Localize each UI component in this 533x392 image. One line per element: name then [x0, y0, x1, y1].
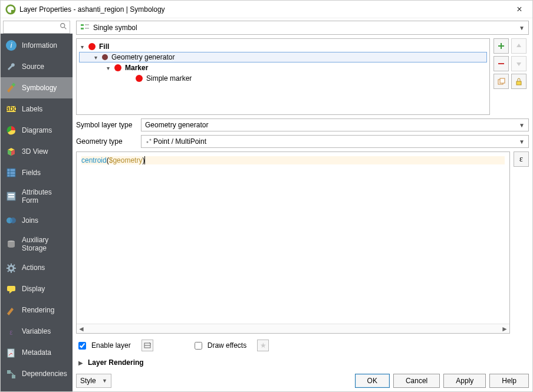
- close-icon[interactable]: ×: [511, 4, 528, 15]
- svg-point-19: [9, 266, 14, 271]
- paintbrush-icon: [5, 305, 17, 317]
- sidebar-item-metadata[interactable]: Metadata: [1, 342, 73, 364]
- sidebar-item-label: Information: [22, 41, 68, 50]
- sidebar-item-label: Source: [22, 62, 68, 71]
- sidebar-item-variables[interactable]: ε Variables: [1, 321, 73, 342]
- tree-node-simple-marker[interactable]: Simple marker: [79, 73, 487, 84]
- collapse-icon[interactable]: ▾: [105, 65, 111, 71]
- svg-point-48: [147, 141, 149, 143]
- join-icon: [5, 215, 17, 226]
- collapse-icon[interactable]: ▾: [79, 44, 85, 50]
- geometry-type-value: Point / MultiPoint: [153, 137, 206, 146]
- svg-line-3: [64, 27, 67, 29]
- marker-swatch-icon: [114, 64, 121, 71]
- style-label: Style: [80, 377, 96, 385]
- help-button[interactable]: Help: [489, 374, 529, 388]
- fields-icon: [5, 167, 17, 179]
- svg-text:ε: ε: [9, 328, 13, 337]
- scroll-left-icon[interactable]: ◄: [78, 325, 85, 333]
- expression-builder-button[interactable]: ε: [514, 151, 529, 167]
- expand-icon[interactable]: ▶: [78, 360, 83, 366]
- svg-rect-14: [8, 194, 14, 195]
- cube-icon: [5, 146, 17, 157]
- layer-rendering-section[interactable]: ▶ Layer Rendering: [76, 355, 529, 368]
- sidebar-item-source[interactable]: Source: [1, 56, 73, 77]
- sidebar-item-label: Attributes Form: [22, 188, 68, 205]
- geometry-type-label: Geometry type: [76, 137, 137, 146]
- svg-rect-31: [7, 370, 11, 374]
- data-defined-enable-button[interactable]: [142, 340, 153, 351]
- sidebar-item-label: Actions: [22, 263, 68, 272]
- svg-rect-9: [7, 169, 15, 177]
- symbol-layer-tree[interactable]: ▾ Fill ▾ Geometry generator ▾ Marker: [76, 38, 490, 115]
- move-down-button[interactable]: [511, 56, 527, 71]
- horizontal-scrollbar[interactable]: ◄►: [77, 324, 509, 333]
- svg-rect-38: [81, 24, 84, 26]
- sidebar-item-joins[interactable]: Joins: [1, 210, 73, 231]
- svg-line-27: [8, 271, 9, 272]
- sidebar-item-rendering[interactable]: Rendering: [1, 300, 73, 321]
- apply-button[interactable]: Apply: [443, 374, 486, 388]
- lock-symbol-layer-button[interactable]: [511, 74, 527, 89]
- tree-node-geometry-generator[interactable]: ▾ Geometry generator: [79, 52, 487, 62]
- geometry-type-dropdown[interactable]: Point / MultiPoint ▼: [141, 135, 529, 148]
- tree-node-marker[interactable]: ▾ Marker: [79, 62, 487, 73]
- sidebar-item-information[interactable]: i Information: [1, 35, 73, 56]
- customize-effects-button[interactable]: ★: [257, 340, 269, 351]
- sidebar-item-auxiliary-storage[interactable]: Auxiliary Storage: [1, 231, 73, 258]
- sidebar-item-label: Fields: [22, 169, 68, 177]
- ok-button[interactable]: OK: [355, 374, 390, 388]
- tooltip-icon: [5, 284, 17, 295]
- svg-point-2: [61, 24, 65, 28]
- add-symbol-layer-button[interactable]: [493, 38, 509, 54]
- enable-layer-input[interactable]: [78, 342, 86, 350]
- sidebar-item-fields[interactable]: Fields: [1, 162, 73, 183]
- simple-marker-swatch-icon: [136, 75, 143, 82]
- wrench-icon: [5, 61, 17, 73]
- sidebar-item-3dview[interactable]: 3D View: [1, 141, 73, 162]
- sidebar-item-label: Diagrams: [22, 126, 68, 134]
- sidebar-item-actions[interactable]: Actions: [1, 258, 73, 279]
- remove-symbol-layer-button[interactable]: [493, 56, 509, 71]
- sidebar-item-label: Metadata: [22, 348, 68, 357]
- search-icon: [60, 22, 68, 32]
- sidebar-item-legend[interactable]: Legend: [1, 385, 73, 391]
- symbol-layer-type-dropdown[interactable]: Geometry generator ▼: [141, 118, 529, 131]
- svg-text:i: i: [11, 41, 12, 50]
- tree-node-label: Simple marker: [146, 74, 192, 83]
- svg-line-26: [14, 265, 15, 266]
- collapse-icon[interactable]: ▾: [93, 54, 98, 61]
- sidebar-search: [1, 18, 73, 34]
- cancel-button[interactable]: Cancel: [393, 374, 440, 388]
- symbol-mode-dropdown[interactable]: Single symbol ▼: [76, 21, 529, 35]
- move-up-button[interactable]: [511, 38, 527, 54]
- draw-effects-input[interactable]: [195, 342, 202, 350]
- sidebar-item-display[interactable]: Display: [1, 279, 73, 300]
- scroll-right-icon[interactable]: ►: [501, 325, 508, 333]
- sidebar-item-label: Rendering: [22, 306, 68, 314]
- draw-effects-checkbox[interactable]: Draw effects: [192, 340, 246, 351]
- svg-rect-32: [12, 375, 15, 378]
- sidebar-item-dependencies[interactable]: Dependencies: [1, 364, 73, 385]
- enable-layer-checkbox[interactable]: Enable layer: [76, 340, 131, 351]
- storage-icon: [5, 238, 17, 250]
- duplicate-symbol-layer-button[interactable]: [493, 74, 509, 89]
- expression-editor[interactable]: centroid($geometry) ◄►: [76, 151, 510, 334]
- symbol-layer-buttons: [493, 38, 529, 115]
- tree-node-label: Marker: [125, 64, 148, 72]
- sidebar-item-labels[interactable]: abc Labels: [1, 98, 73, 120]
- sidebar-item-label: 3D View: [22, 147, 68, 156]
- expression-text[interactable]: centroid($geometry): [77, 152, 509, 324]
- tree-node-fill[interactable]: ▾ Fill: [79, 41, 487, 52]
- fill-swatch-icon: [88, 43, 96, 50]
- draw-effects-label: Draw effects: [208, 341, 246, 350]
- window-title: Layer Properties - ashanti_region | Symb…: [19, 5, 511, 14]
- style-menu-button[interactable]: Style ▼: [76, 374, 111, 388]
- svg-line-24: [8, 265, 9, 266]
- sidebar-item-diagrams[interactable]: Diagrams: [1, 120, 73, 141]
- document-icon: [5, 347, 17, 359]
- symbol-mode-value: Single symbol: [93, 24, 137, 32]
- titlebar: Layer Properties - ashanti_region | Symb…: [1, 1, 532, 18]
- sidebar-item-attributes-form[interactable]: Attributes Form: [1, 183, 73, 210]
- sidebar-item-symbology[interactable]: Symbology: [1, 77, 73, 98]
